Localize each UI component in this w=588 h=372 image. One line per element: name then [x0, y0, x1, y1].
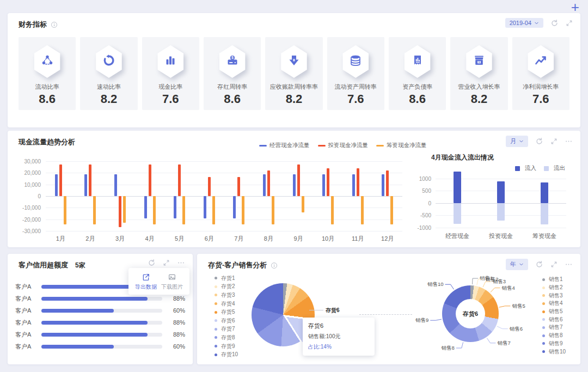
- legend-marker: [215, 285, 217, 288]
- kpi-label: 应收账款周转率率: [265, 83, 322, 91]
- bar-经营现金-流出[interactable]: [454, 203, 461, 224]
- legend-marker: [215, 302, 217, 305]
- callout-line: [491, 288, 500, 292]
- gridline: [436, 228, 566, 228]
- kpi-hexagon: [341, 45, 370, 78]
- customer-label: 客户A: [15, 295, 37, 303]
- legend-item[interactable]: 销售9: [542, 340, 566, 348]
- legend-item[interactable]: 存货1: [215, 274, 238, 283]
- kpi-tile[interactable]: ¥应收账款周转率率8.2: [265, 37, 322, 110]
- bar-投资现金-流入[interactable]: [497, 181, 505, 203]
- expand-icon[interactable]: [550, 261, 558, 268]
- legend-item[interactable]: 存货9: [215, 342, 238, 351]
- callout-line: [487, 338, 495, 343]
- legend-item[interactable]: 销售2: [542, 284, 566, 292]
- kpi-tile[interactable]: 流动比率8.6: [19, 37, 76, 110]
- legend-item[interactable]: 存货3: [215, 291, 238, 300]
- y-axis-tick: -500: [413, 212, 431, 218]
- svg-text:$: $: [231, 56, 234, 60]
- storefront-icon: $: [473, 54, 486, 69]
- credit-bar-fill[interactable]: [41, 345, 114, 349]
- callout-line: [497, 326, 508, 329]
- tooltip-title: 存货6: [308, 322, 369, 330]
- legend-item[interactable]: 销售5: [542, 308, 566, 316]
- callout-label: 销售4: [502, 285, 515, 291]
- share-nodes-icon: [41, 54, 54, 69]
- bar-投资现金-流出[interactable]: [497, 203, 505, 221]
- kpi-value: 8.6: [389, 92, 446, 106]
- kpi-tile[interactable]: $存红周转率8.6: [204, 37, 261, 110]
- legend-item[interactable]: 销售1: [542, 276, 566, 284]
- kpi-tile[interactable]: 资产负债率8.6: [389, 37, 446, 110]
- legend-item[interactable]: 销售8: [542, 332, 566, 340]
- bar-筹资现金-流入[interactable]: [541, 182, 548, 203]
- legend-label: 销售8: [549, 332, 563, 339]
- legend-item[interactable]: 存货2: [215, 283, 238, 291]
- period-selector[interactable]: 年: [506, 259, 528, 270]
- chevron-down-icon: [534, 21, 539, 26]
- kpi-tile[interactable]: 速动比率8.2: [80, 37, 137, 110]
- legend-item[interactable]: 存货7: [215, 325, 238, 334]
- download-image-button[interactable]: 下载图片: [159, 273, 185, 291]
- kpi-tile[interactable]: 现金比率7.6: [142, 37, 199, 110]
- expand-icon[interactable]: [550, 138, 558, 145]
- expand-icon[interactable]: [163, 259, 170, 266]
- legend-item[interactable]: 销售6: [542, 315, 566, 324]
- pie-tooltip: 存货6 销售额:100元 占比:14%: [303, 318, 375, 356]
- legend-item[interactable]: 存货8: [215, 333, 238, 342]
- credit-row: 客户A60%: [15, 340, 185, 352]
- legend-item[interactable]: 存货6: [215, 316, 238, 325]
- refresh-icon[interactable]: [535, 137, 543, 145]
- bar-chart-icon: [164, 54, 177, 69]
- period-selector[interactable]: 月: [506, 136, 528, 147]
- bar-筹资现金-流出[interactable]: [541, 203, 548, 224]
- kpi-tile[interactable]: 净利润增长率7.6: [512, 37, 569, 110]
- export-icon: [133, 273, 159, 282]
- legend-marker: [215, 277, 217, 279]
- x-axis-tick: 经营现金: [441, 232, 474, 240]
- credit-bar-fill[interactable]: [41, 297, 148, 301]
- kpi-label: 流动资产周转率: [327, 83, 384, 91]
- credit-percent: 88%: [167, 331, 185, 338]
- credit-bar-fill[interactable]: [41, 321, 148, 325]
- legend-item[interactable]: 存货10: [215, 350, 238, 359]
- legend-item[interactable]: 存货5: [215, 308, 238, 316]
- more-options-icon[interactable]: [177, 259, 185, 267]
- download-image-label: 下载图片: [161, 284, 183, 290]
- callout-line: [445, 284, 454, 289]
- credit-bar-fill[interactable]: [41, 333, 148, 337]
- callout-label: 销售3: [493, 278, 506, 284]
- more-options-icon[interactable]: [565, 260, 573, 269]
- legend-item[interactable]: 销售10: [542, 347, 566, 356]
- legend-item[interactable]: 销售4: [542, 300, 566, 308]
- trend-up-icon: [534, 54, 547, 69]
- legend-label: 存货4: [221, 300, 235, 308]
- legend-item[interactable]: 销售7: [542, 324, 566, 332]
- legend-marker: [542, 310, 545, 313]
- donut-callout-labels: 销售1销售2销售3销售4销售5销售6销售7销售8销售9销售10: [402, 269, 543, 358]
- legend-item[interactable]: 存货4: [215, 300, 238, 308]
- legend-marker: [542, 350, 545, 353]
- customer-label: 客户A: [15, 283, 37, 291]
- kpi-tile[interactable]: $营业收入增长率8.2: [450, 37, 507, 110]
- cash-register-icon: $: [226, 54, 239, 69]
- refresh-icon[interactable]: [148, 259, 156, 267]
- refresh-icon[interactable]: [535, 260, 543, 269]
- refresh-icon[interactable]: [550, 19, 559, 27]
- legend-item[interactable]: 销售3: [542, 291, 566, 300]
- expand-icon[interactable]: [566, 20, 573, 27]
- legend-marker: [542, 334, 545, 337]
- inflow-outflow-chart: 10005000-500-1000经营现金投资现金筹资现金: [8, 131, 580, 247]
- credit-bar-fill[interactable]: [41, 309, 114, 313]
- more-options-icon[interactable]: [565, 137, 573, 145]
- kpi-hexagon: [526, 45, 555, 78]
- pie-callout-label: 存货6: [326, 307, 340, 314]
- kpi-tile[interactable]: 流动资产周转率7.6: [327, 37, 384, 110]
- bar-经营现金-流入[interactable]: [454, 172, 461, 203]
- credit-bar-track: [41, 333, 162, 337]
- kpi-hexagon: $: [464, 45, 494, 78]
- period-selector[interactable]: 2019-04: [505, 18, 543, 28]
- export-data-button[interactable]: 导出数据: [133, 273, 159, 291]
- customer-label: 客户A: [15, 331, 37, 339]
- credit-percent: 60%: [167, 343, 185, 350]
